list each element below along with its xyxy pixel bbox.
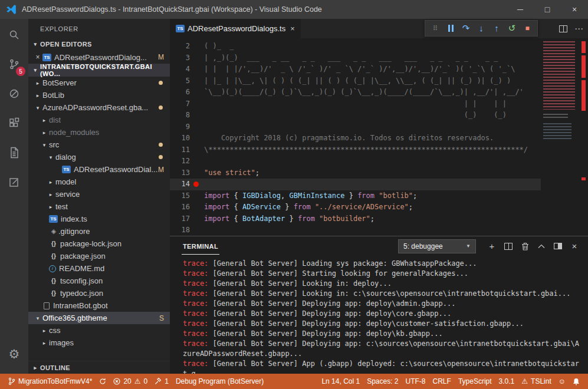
debug-breakpoint-marker[interactable] <box>193 182 199 187</box>
tree-item[interactable]: ▾dialog <box>28 151 170 163</box>
step-out-button[interactable]: ↑ <box>489 21 504 36</box>
tree-item[interactable]: iREADME.md <box>28 262 170 275</box>
tree-item[interactable]: {}package-lock.json <box>28 238 170 250</box>
twisty-icon[interactable]: ▾ <box>40 142 49 148</box>
restart-button[interactable]: ↺ <box>504 21 520 36</box>
git-status-badge: S <box>159 314 164 322</box>
twisty-icon[interactable]: ▸ <box>33 93 42 98</box>
more-actions-icon[interactable]: ⋯ <box>574 24 583 34</box>
kill-terminal-icon[interactable] <box>517 239 533 254</box>
workspace-section-header[interactable]: ▾ INTRANETBOTQUICKSTART.GBAI (WO... <box>28 64 170 77</box>
language-mode[interactable]: TypeScript <box>455 374 495 389</box>
indentation[interactable]: Spaces: 2 <box>363 374 402 389</box>
twisty-icon[interactable]: ▾ <box>46 154 55 160</box>
tree-item[interactable]: ▸BotLib <box>28 89 170 101</box>
cursor-position[interactable]: Ln 14, Col 1 <box>318 374 363 389</box>
tree-item[interactable]: ▸css <box>28 324 170 337</box>
twisty-icon[interactable]: ▸ <box>46 204 55 210</box>
tree-item[interactable]: ▾AzureADPasswordReset.gba... <box>28 101 170 114</box>
twisty-icon[interactable]: ▸ <box>40 328 49 334</box>
line-number: 11 <box>170 144 204 156</box>
debug-status[interactable]: Debug Program (BotServer) <box>172 374 267 389</box>
close-window-button[interactable]: × <box>561 0 588 19</box>
minimize-button[interactable]: ─ <box>507 0 534 19</box>
extensions-icon[interactable] <box>0 108 28 138</box>
maximize-button[interactable]: □ <box>534 0 561 19</box>
tree-item[interactable]: ▸dist <box>28 114 170 126</box>
tree-item[interactable]: TSADResetPasswordDial...M <box>28 163 170 176</box>
tree-item[interactable]: ▸service <box>28 188 170 200</box>
pause-button[interactable] <box>443 21 458 36</box>
code-line: 4| | | |/',__)/' _ \ /'_` )/' _ `\ /'_` … <box>170 64 588 75</box>
tree-item[interactable]: ▸test <box>28 200 170 213</box>
tree-item[interactable]: ▾src <box>28 139 170 151</box>
tree-item[interactable]: TSindex.ts <box>28 213 170 225</box>
typescript-version[interactable]: 3.0.1 <box>495 374 518 389</box>
twisty-icon[interactable]: ▸ <box>46 192 55 197</box>
tree-item[interactable]: {}package.json <box>28 250 170 262</box>
open-editors-header[interactable]: ▾ OPEN EDITORS <box>28 38 170 51</box>
twisty-icon: ▸ <box>31 365 40 371</box>
tree-item-label: images <box>49 338 74 347</box>
tree-item[interactable]: ▸images <box>28 337 170 349</box>
tree-item[interactable]: ▸node_modules <box>28 126 170 139</box>
overview-ruler[interactable] <box>580 38 588 236</box>
twisty-icon[interactable]: ▸ <box>40 130 49 136</box>
new-terminal-icon[interactable]: + <box>484 239 500 254</box>
terminal-selector[interactable]: 5: debuggee ▼ <box>398 239 476 253</box>
twisty-icon[interactable]: ▾ <box>33 315 42 321</box>
twisty-icon[interactable]: ▸ <box>46 179 55 185</box>
split-editor-icon[interactable] <box>559 25 567 32</box>
git-modified-badge: M <box>158 53 164 61</box>
search-icon[interactable] <box>0 20 28 50</box>
close-editor-icon[interactable]: × <box>33 53 42 61</box>
tree-item-label: BotServer <box>42 78 77 87</box>
move-panel-icon[interactable] <box>550 239 566 254</box>
tab-close-icon[interactable]: × <box>290 24 295 33</box>
docs-icon[interactable] <box>0 138 28 167</box>
notifications-bell[interactable] <box>569 374 583 389</box>
minimap[interactable] <box>541 38 580 236</box>
compose-icon[interactable] <box>0 167 28 197</box>
settings-gear-icon[interactable]: ⚙ <box>0 339 28 369</box>
maximize-panel-icon[interactable] <box>534 239 549 254</box>
source-control-icon[interactable]: 5 <box>0 50 28 79</box>
tree-item[interactable]: ▸model <box>28 176 170 188</box>
encoding[interactable]: UTF-8 <box>402 374 429 389</box>
terminal-output[interactable]: trace: [General Bot Server] Loading sys … <box>170 256 588 374</box>
tab-adresetpassworddialogs[interactable]: TS ADResetPasswordDialogs.ts × <box>170 19 301 38</box>
step-into-button[interactable]: ↓ <box>474 21 489 36</box>
twisty-icon[interactable]: ▸ <box>40 117 49 123</box>
terminal-line: trace: [General Bot Server] Deploying ap… <box>183 319 581 329</box>
vscode-logo-icon <box>6 4 17 15</box>
git-branch-button[interactable]: MigrationToBotFmwV4* <box>5 374 96 389</box>
tree-item[interactable]: ◈.gitignore <box>28 225 170 238</box>
outline-section-header[interactable]: ▸ OUTLINE <box>28 361 170 374</box>
code-line: 7 | | | | <box>170 98 588 110</box>
twisty-icon[interactable]: ▾ <box>33 105 42 111</box>
tree-item[interactable]: IntranetBot.gbot <box>28 299 170 312</box>
toolbar-grip-handle[interactable]: ⠿ <box>428 21 443 36</box>
eol-selector[interactable]: CRLF <box>429 374 455 389</box>
tasks-button[interactable]: 1 <box>151 374 172 389</box>
tree-item[interactable]: {}tsconfig.json <box>28 275 170 287</box>
problems-button[interactable]: 20 ⚠ 0 <box>110 374 151 389</box>
stop-button[interactable]: ■ <box>520 21 535 36</box>
twisty-icon[interactable]: ▸ <box>40 340 49 346</box>
step-over-button[interactable]: ↷ <box>458 21 474 36</box>
tree-item[interactable]: ▸BotServer <box>28 77 170 89</box>
debug-icon[interactable] <box>0 79 28 108</box>
explorer-sidebar: EXPLORER ▾ OPEN EDITORS × TS ADResetPass… <box>28 19 170 374</box>
editor-body[interactable]: 2( )_ _3| ,_)(_) ___ _ __ _ _ ___ _ _ __… <box>170 38 588 236</box>
tree-item[interactable]: {}typedoc.json <box>28 287 170 299</box>
terminal-tab[interactable]: TERMINAL <box>182 238 219 255</box>
close-panel-icon[interactable]: × <box>567 239 582 254</box>
sync-button[interactable] <box>96 374 110 389</box>
feedback-smiley[interactable]: ☺ <box>555 374 569 389</box>
code-line: 14 <box>170 179 588 190</box>
tree-item[interactable]: ▾Office365.gbthemeS <box>28 312 170 324</box>
twisty-icon[interactable]: ▸ <box>33 80 42 86</box>
split-terminal-icon[interactable] <box>501 239 516 254</box>
open-editor-item[interactable]: × TS ADResetPasswordDialog... M <box>28 51 170 64</box>
tslint-status[interactable]: ⚠ TSLint <box>518 374 554 389</box>
